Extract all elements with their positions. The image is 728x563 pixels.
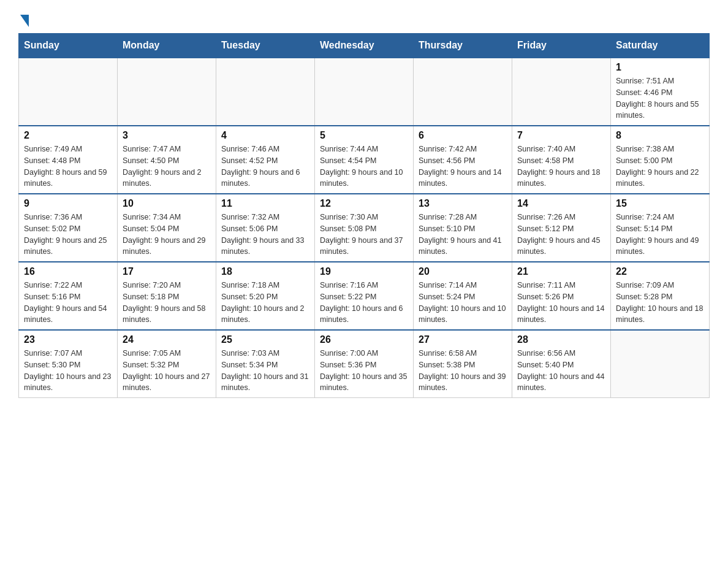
calendar-header-cell: Monday — [118, 34, 216, 58]
calendar-cell: 3Sunrise: 7:47 AMSunset: 4:50 PMDaylight… — [118, 126, 216, 194]
day-info: Sunrise: 7:32 AMSunset: 5:06 PMDaylight:… — [221, 212, 309, 258]
day-info: Sunrise: 6:56 AMSunset: 5:40 PMDaylight:… — [517, 348, 605, 394]
day-number: 1 — [616, 62, 704, 73]
logo-arrow-icon — [20, 15, 29, 27]
day-number: 4 — [221, 130, 309, 141]
page-header — [18, 12, 710, 27]
calendar-header-cell: Friday — [512, 34, 611, 58]
day-number: 25 — [221, 334, 309, 345]
calendar-week-row: 2Sunrise: 7:49 AMSunset: 4:48 PMDaylight… — [19, 126, 710, 194]
calendar-cell: 17Sunrise: 7:20 AMSunset: 5:18 PMDayligh… — [118, 262, 216, 330]
calendar-cell: 2Sunrise: 7:49 AMSunset: 4:48 PMDaylight… — [19, 126, 118, 194]
day-info: Sunrise: 7:26 AMSunset: 5:12 PMDaylight:… — [517, 212, 605, 258]
calendar-cell — [611, 330, 710, 398]
day-info: Sunrise: 7:07 AMSunset: 5:30 PMDaylight:… — [24, 348, 112, 394]
day-number: 6 — [419, 130, 507, 141]
day-number: 27 — [419, 334, 507, 345]
calendar-cell: 13Sunrise: 7:28 AMSunset: 5:10 PMDayligh… — [414, 194, 512, 262]
calendar-cell: 9Sunrise: 7:36 AMSunset: 5:02 PMDaylight… — [19, 194, 118, 262]
calendar-cell: 8Sunrise: 7:38 AMSunset: 5:00 PMDaylight… — [611, 126, 710, 194]
calendar-week-row: 23Sunrise: 7:07 AMSunset: 5:30 PMDayligh… — [19, 330, 710, 398]
day-number: 22 — [616, 266, 704, 277]
calendar-week-row: 16Sunrise: 7:22 AMSunset: 5:16 PMDayligh… — [19, 262, 710, 330]
day-info: Sunrise: 7:46 AMSunset: 4:52 PMDaylight:… — [221, 144, 309, 190]
day-number: 18 — [221, 266, 309, 277]
day-number: 15 — [616, 198, 704, 209]
day-number: 23 — [24, 334, 112, 345]
day-number: 17 — [123, 266, 211, 277]
calendar-cell: 25Sunrise: 7:03 AMSunset: 5:34 PMDayligh… — [216, 330, 315, 398]
calendar-header-cell: Saturday — [611, 34, 710, 58]
calendar-cell: 27Sunrise: 6:58 AMSunset: 5:38 PMDayligh… — [414, 330, 512, 398]
day-number: 8 — [616, 130, 704, 141]
day-info: Sunrise: 7:22 AMSunset: 5:16 PMDaylight:… — [24, 280, 112, 326]
day-number: 13 — [419, 198, 507, 209]
calendar-cell: 23Sunrise: 7:07 AMSunset: 5:30 PMDayligh… — [19, 330, 118, 398]
day-info: Sunrise: 7:44 AMSunset: 4:54 PMDaylight:… — [320, 144, 408, 190]
calendar-cell: 4Sunrise: 7:46 AMSunset: 4:52 PMDaylight… — [216, 126, 315, 194]
day-info: Sunrise: 7:05 AMSunset: 5:32 PMDaylight:… — [123, 348, 211, 394]
calendar-cell: 20Sunrise: 7:14 AMSunset: 5:24 PMDayligh… — [414, 262, 512, 330]
calendar-week-row: 9Sunrise: 7:36 AMSunset: 5:02 PMDaylight… — [19, 194, 710, 262]
calendar-week-row: 1Sunrise: 7:51 AMSunset: 4:46 PMDaylight… — [19, 58, 710, 126]
day-number: 16 — [24, 266, 112, 277]
day-info: Sunrise: 7:24 AMSunset: 5:14 PMDaylight:… — [616, 212, 704, 258]
day-number: 2 — [24, 130, 112, 141]
day-number: 26 — [320, 334, 408, 345]
calendar-cell: 19Sunrise: 7:16 AMSunset: 5:22 PMDayligh… — [315, 262, 414, 330]
day-info: Sunrise: 7:14 AMSunset: 5:24 PMDaylight:… — [419, 280, 507, 326]
day-number: 12 — [320, 198, 408, 209]
calendar-header: SundayMondayTuesdayWednesdayThursdayFrid… — [19, 34, 710, 58]
day-info: Sunrise: 7:03 AMSunset: 5:34 PMDaylight:… — [221, 348, 309, 394]
calendar-cell: 12Sunrise: 7:30 AMSunset: 5:08 PMDayligh… — [315, 194, 414, 262]
calendar-header-cell: Tuesday — [216, 34, 315, 58]
calendar-table: SundayMondayTuesdayWednesdayThursdayFrid… — [18, 33, 710, 398]
day-number: 20 — [419, 266, 507, 277]
calendar-cell: 14Sunrise: 7:26 AMSunset: 5:12 PMDayligh… — [512, 194, 611, 262]
calendar-cell: 26Sunrise: 7:00 AMSunset: 5:36 PMDayligh… — [315, 330, 414, 398]
day-number: 3 — [123, 130, 211, 141]
day-info: Sunrise: 7:38 AMSunset: 5:00 PMDaylight:… — [616, 144, 704, 190]
day-number: 24 — [123, 334, 211, 345]
calendar-cell: 16Sunrise: 7:22 AMSunset: 5:16 PMDayligh… — [19, 262, 118, 330]
calendar-cell: 10Sunrise: 7:34 AMSunset: 5:04 PMDayligh… — [118, 194, 216, 262]
calendar-cell — [118, 58, 216, 126]
logo — [18, 12, 29, 27]
day-info: Sunrise: 7:20 AMSunset: 5:18 PMDaylight:… — [123, 280, 211, 326]
calendar-cell: 5Sunrise: 7:44 AMSunset: 4:54 PMDaylight… — [315, 126, 414, 194]
calendar-cell: 21Sunrise: 7:11 AMSunset: 5:26 PMDayligh… — [512, 262, 611, 330]
day-number: 5 — [320, 130, 408, 141]
day-info: Sunrise: 7:49 AMSunset: 4:48 PMDaylight:… — [24, 144, 112, 190]
calendar-cell: 1Sunrise: 7:51 AMSunset: 4:46 PMDaylight… — [611, 58, 710, 126]
day-info: Sunrise: 7:42 AMSunset: 4:56 PMDaylight:… — [419, 144, 507, 190]
calendar-header-row: SundayMondayTuesdayWednesdayThursdayFrid… — [19, 34, 710, 58]
calendar-cell — [414, 58, 512, 126]
calendar-header-cell: Thursday — [414, 34, 512, 58]
day-info: Sunrise: 7:34 AMSunset: 5:04 PMDaylight:… — [123, 212, 211, 258]
day-info: Sunrise: 7:30 AMSunset: 5:08 PMDaylight:… — [320, 212, 408, 258]
calendar-cell: 11Sunrise: 7:32 AMSunset: 5:06 PMDayligh… — [216, 194, 315, 262]
calendar-cell: 18Sunrise: 7:18 AMSunset: 5:20 PMDayligh… — [216, 262, 315, 330]
day-info: Sunrise: 6:58 AMSunset: 5:38 PMDaylight:… — [419, 348, 507, 394]
day-number: 9 — [24, 198, 112, 209]
calendar-cell: 22Sunrise: 7:09 AMSunset: 5:28 PMDayligh… — [611, 262, 710, 330]
day-number: 7 — [517, 130, 605, 141]
day-number: 11 — [221, 198, 309, 209]
day-number: 28 — [517, 334, 605, 345]
day-info: Sunrise: 7:18 AMSunset: 5:20 PMDaylight:… — [221, 280, 309, 326]
day-number: 19 — [320, 266, 408, 277]
day-info: Sunrise: 7:11 AMSunset: 5:26 PMDaylight:… — [517, 280, 605, 326]
day-info: Sunrise: 7:47 AMSunset: 4:50 PMDaylight:… — [123, 144, 211, 190]
calendar-cell: 28Sunrise: 6:56 AMSunset: 5:40 PMDayligh… — [512, 330, 611, 398]
day-number: 10 — [123, 198, 211, 209]
day-info: Sunrise: 7:36 AMSunset: 5:02 PMDaylight:… — [24, 212, 112, 258]
day-info: Sunrise: 7:40 AMSunset: 4:58 PMDaylight:… — [517, 144, 605, 190]
calendar-cell: 24Sunrise: 7:05 AMSunset: 5:32 PMDayligh… — [118, 330, 216, 398]
day-info: Sunrise: 7:09 AMSunset: 5:28 PMDaylight:… — [616, 280, 704, 326]
calendar-header-cell: Wednesday — [315, 34, 414, 58]
day-info: Sunrise: 7:00 AMSunset: 5:36 PMDaylight:… — [320, 348, 408, 394]
day-info: Sunrise: 7:51 AMSunset: 4:46 PMDaylight:… — [616, 75, 704, 121]
calendar-cell — [512, 58, 611, 126]
day-number: 21 — [517, 266, 605, 277]
calendar-cell — [19, 58, 118, 126]
